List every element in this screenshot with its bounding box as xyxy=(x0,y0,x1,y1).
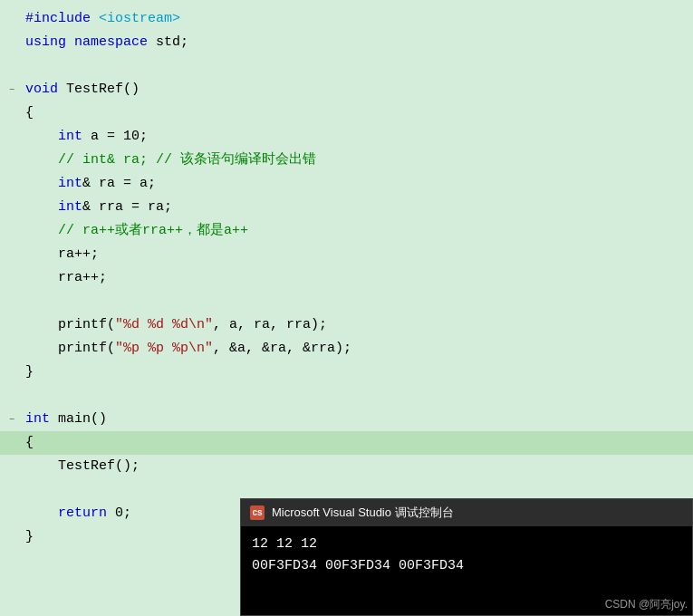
code-token: TestRef() xyxy=(58,78,140,101)
line-gutter: − xyxy=(0,84,25,97)
code-line: printf("%p %p %p\n", &a, &ra, &rra); xyxy=(0,337,693,361)
code-token: printf( xyxy=(58,337,115,361)
code-line: −void TestRef() xyxy=(0,78,693,101)
code-token: <iostream> xyxy=(99,7,180,31)
code-token: "%d %d %d\n" xyxy=(115,313,213,337)
code-line: int& rra = ra; xyxy=(0,196,693,219)
line-indent xyxy=(25,125,58,149)
console-output-line: 12 12 12 xyxy=(252,534,681,555)
console-titlebar: cs Microsoft Visual Studio 调试控制台 xyxy=(241,499,692,526)
line-indent xyxy=(25,149,58,172)
code-token: #include xyxy=(25,7,99,31)
code-token: , a, ra, rra); xyxy=(213,313,327,337)
code-line: TestRef(); xyxy=(0,455,693,478)
console-icon: cs xyxy=(250,505,265,520)
code-token: int xyxy=(58,196,82,219)
code-token: & ra = a; xyxy=(82,172,156,196)
line-gutter: − xyxy=(0,414,25,427)
code-line: using namespace std; xyxy=(0,31,693,54)
code-line: #include <iostream> xyxy=(0,7,693,31)
console-title: Microsoft Visual Studio 调试控制台 xyxy=(272,505,454,521)
code-token: a = 10; xyxy=(82,125,148,149)
code-token: return xyxy=(58,502,107,525)
collapse-button[interactable]: − xyxy=(5,84,18,97)
code-line xyxy=(0,290,693,313)
code-token: } xyxy=(25,361,34,384)
line-indent xyxy=(25,266,58,290)
code-token: & rra = ra; xyxy=(82,196,172,219)
code-token: 0; xyxy=(107,502,131,525)
code-line: // ra++或者rra++，都是a++ xyxy=(0,219,693,243)
code-token: } xyxy=(25,525,34,549)
code-line: −int main() xyxy=(0,408,693,431)
line-indent xyxy=(25,337,58,361)
code-token: main() xyxy=(50,408,107,431)
code-token: ra++; xyxy=(58,243,99,266)
line-indent xyxy=(25,243,58,266)
code-line xyxy=(0,384,693,408)
code-token: void xyxy=(25,78,58,101)
code-token: "%p %p %p\n" xyxy=(115,337,213,361)
code-token: { xyxy=(25,431,34,455)
line-indent xyxy=(25,502,58,525)
line-indent xyxy=(25,196,58,219)
code-line xyxy=(0,54,693,78)
code-token: printf( xyxy=(58,313,115,337)
console-output-line: 00F3FD34 00F3FD34 00F3FD34 xyxy=(252,555,681,577)
line-indent xyxy=(25,455,58,478)
code-token: // ra++或者rra++，都是a++ xyxy=(58,219,248,243)
code-token: int xyxy=(25,408,50,431)
line-indent xyxy=(25,219,58,243)
line-indent xyxy=(25,172,58,196)
code-line: ra++; xyxy=(0,243,693,266)
code-line: // int& ra; // 该条语句编译时会出错 xyxy=(0,149,693,172)
code-token: std; xyxy=(156,31,188,54)
line-indent xyxy=(25,313,58,337)
code-line: } xyxy=(0,361,693,384)
code-token: namespace xyxy=(74,31,156,54)
code-line: { xyxy=(0,431,693,455)
code-token: { xyxy=(25,101,34,125)
code-line: int a = 10; xyxy=(0,125,693,149)
code-token: rra++; xyxy=(58,266,107,290)
code-token: using xyxy=(25,31,74,54)
code-line: rra++; xyxy=(0,266,693,290)
code-line: int& ra = a; xyxy=(0,172,693,196)
editor-area: #include <iostream>using namespace std;−… xyxy=(0,0,693,616)
collapse-button[interactable]: − xyxy=(5,414,18,427)
code-line: printf("%d %d %d\n", a, ra, rra); xyxy=(0,313,693,337)
code-line: { xyxy=(0,101,693,125)
code-token: int xyxy=(58,125,82,149)
code-token: TestRef(); xyxy=(58,455,140,478)
code-token: int xyxy=(58,172,82,196)
watermark: CSDN @阿亮joy. xyxy=(605,597,688,612)
code-token: , &a, &ra, &rra); xyxy=(213,337,351,361)
code-token: // int& ra; // 该条语句编译时会出错 xyxy=(58,149,316,172)
